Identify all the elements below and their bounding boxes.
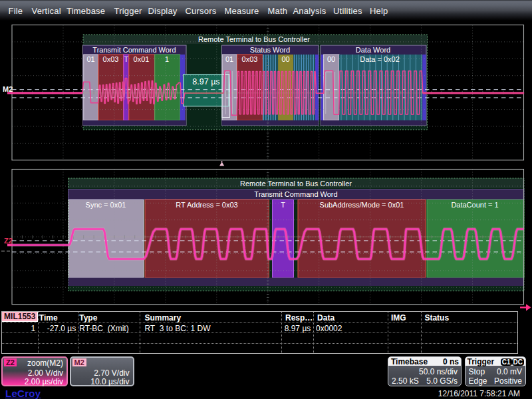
svg-text:T: T — [281, 201, 285, 209]
svg-text:0x03: 0x03 — [103, 55, 119, 63]
svg-text:0x01: 0x01 — [134, 55, 150, 63]
svg-text:DataCount = 1: DataCount = 1 — [451, 201, 498, 209]
svg-text:Status Word: Status Word — [250, 46, 290, 54]
svg-text:01: 01 — [225, 55, 233, 63]
svg-text:Sync = 0x01: Sync = 0x01 — [86, 201, 126, 209]
svg-text:Data = 0x02: Data = 0x02 — [360, 55, 400, 63]
svg-text:0x03: 0x03 — [242, 55, 258, 63]
svg-text:Data Word: Data Word — [356, 46, 390, 54]
svg-text:M2: M2 — [3, 85, 13, 93]
svg-text:00: 00 — [327, 55, 335, 63]
svg-text:SubAddress/Mode = 0x01: SubAddress/Mode = 0x01 — [320, 201, 404, 209]
svg-text:8.97 µs: 8.97 µs — [192, 77, 219, 86]
svg-text:RT Address = 0x03: RT Address = 0x03 — [176, 201, 237, 209]
svg-text:Transmit Command Word: Transmit Command Word — [254, 190, 337, 198]
svg-text:00: 00 — [281, 55, 289, 63]
svg-text:01: 01 — [86, 55, 94, 63]
svg-text:Z2: Z2 — [4, 237, 13, 245]
svg-text:1: 1 — [165, 55, 169, 63]
svg-text:Transmit Command Word: Transmit Command Word — [92, 46, 176, 54]
svg-text:T: T — [124, 55, 129, 63]
